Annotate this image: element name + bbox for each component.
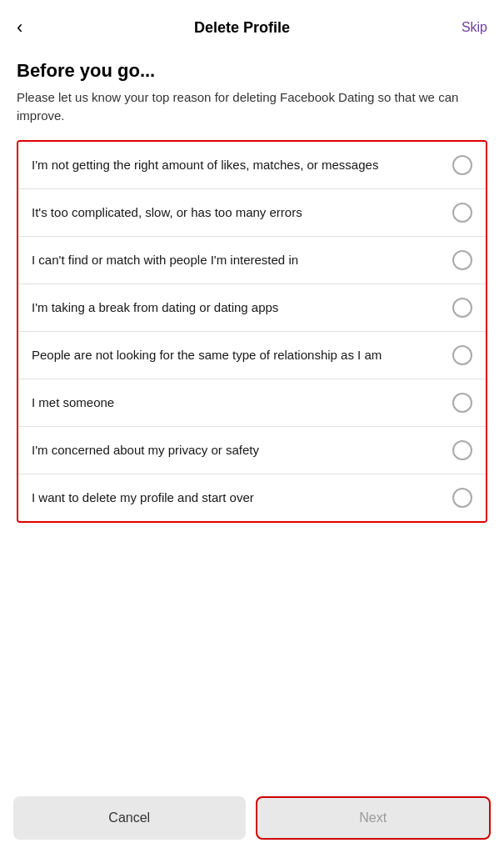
option-text: I can't find or match with people I'm in… [32,251,452,268]
option-text: I'm taking a break from dating or dating… [32,299,452,316]
option-text: I want to delete my profile and start ov… [32,489,452,506]
radio-button[interactable] [452,393,472,413]
intro-title: Before you go... [17,60,487,82]
list-item[interactable]: I can't find or match with people I'm in… [18,237,486,284]
back-button[interactable]: ‹ [17,13,29,42]
footer: Cancel Next [0,786,504,853]
option-text: I'm concerned about my privacy or safety [32,441,452,459]
list-item[interactable]: People are not looking for the same type… [18,332,486,379]
next-button[interactable]: Next [256,796,492,840]
list-item[interactable]: I'm not getting the right amount of like… [18,142,486,189]
radio-button[interactable] [452,155,472,175]
list-item[interactable]: I'm concerned about my privacy or safety [18,427,486,474]
content-area: Before you go... Please let us know your… [0,52,504,598]
skip-button[interactable]: Skip [455,17,487,38]
options-list: I'm not getting the right amount of like… [17,140,487,523]
list-item[interactable]: I met someone [18,379,486,427]
list-item[interactable]: It's too complicated, slow, or has too m… [18,189,486,237]
header: ‹ Delete Profile Skip [0,0,504,52]
cancel-button[interactable]: Cancel [13,796,246,840]
radio-button[interactable] [452,440,472,460]
radio-button[interactable] [452,345,472,365]
radio-button[interactable] [452,250,472,270]
option-text: People are not looking for the same type… [32,346,452,364]
option-text: I'm not getting the right amount of like… [32,156,452,173]
list-item[interactable]: I'm taking a break from dating or dating… [18,284,486,332]
option-text: I met someone [32,394,452,411]
radio-button[interactable] [452,203,472,223]
intro-description: Please let us know your top reason for d… [17,88,487,125]
radio-button[interactable] [452,488,472,508]
list-item[interactable]: I want to delete my profile and start ov… [18,474,486,521]
option-text: It's too complicated, slow, or has too m… [32,203,452,221]
page-title: Delete Profile [29,19,455,37]
radio-button[interactable] [452,298,472,318]
